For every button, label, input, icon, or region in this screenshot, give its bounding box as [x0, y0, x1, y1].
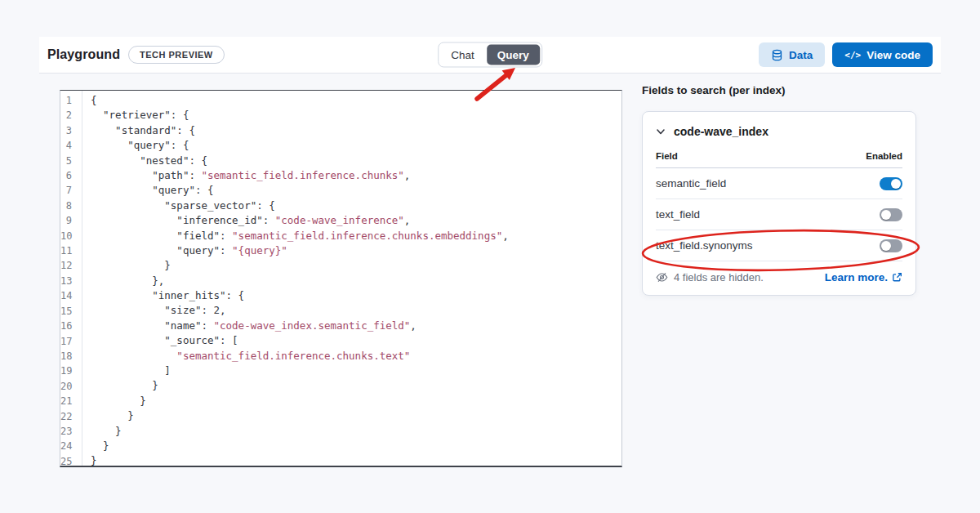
code-line: "field": "semantic_field.inference.chunk… — [91, 229, 621, 243]
data-button[interactable]: Data — [759, 42, 825, 67]
code-line: "query": { — [91, 183, 621, 198]
line-number: 17 — [60, 334, 72, 349]
code-line: } — [91, 453, 621, 466]
line-number: 5 — [60, 154, 72, 168]
code-icon: </> — [844, 50, 861, 60]
line-number: 15 — [60, 304, 72, 319]
index-name: code-wave_index — [674, 125, 768, 138]
learn-more-label: Learn more. — [825, 271, 888, 283]
line-number: 13 — [60, 274, 72, 288]
column-field: Field — [656, 151, 678, 161]
hidden-fields-note: 4 fields are hidden. — [656, 271, 764, 283]
line-number: 18 — [60, 349, 72, 364]
tab-chat[interactable]: Chat — [440, 45, 485, 65]
field-row: semantic_field — [656, 168, 902, 199]
view-code-button-label: View code — [866, 49, 920, 61]
code-line: "_source": [ — [91, 333, 621, 348]
toggle-knob — [881, 241, 891, 251]
code-line: }, — [91, 274, 621, 288]
line-number: 22 — [60, 409, 72, 424]
line-number: 3 — [60, 123, 72, 138]
line-number: 20 — [60, 379, 72, 394]
fields-panel: Fields to search (per index) code-wave_i… — [642, 84, 916, 296]
code-line: "size": 2, — [91, 303, 621, 318]
line-number: 10 — [60, 229, 72, 243]
code-line: } — [91, 258, 621, 273]
line-number: 16 — [60, 319, 72, 333]
toggle-knob — [881, 210, 891, 220]
code-line: "semantic_field.inference.chunks.text" — [91, 349, 621, 364]
eye-slash-icon — [656, 271, 668, 283]
field-row: text_field — [656, 199, 902, 230]
index-accordion-toggle[interactable]: code-wave_index — [656, 112, 902, 148]
playground-screenshot: Playground TECH PREVIEW Chat Query Data … — [0, 0, 980, 513]
editor-code: { "retriever": { "standard": { "query": … — [82, 91, 621, 466]
code-line: } — [91, 424, 621, 439]
line-number: 7 — [60, 183, 72, 198]
code-line: "nested": { — [91, 154, 621, 168]
code-line: } — [91, 439, 621, 453]
code-line: "query": "{query}" — [91, 243, 621, 258]
code-line: } — [91, 408, 621, 423]
line-number: 12 — [60, 258, 72, 273]
column-enabled: Enabled — [866, 151, 902, 161]
tech-preview-badge: TECH PREVIEW — [128, 46, 225, 64]
fields-panel-title: Fields to search (per index) — [642, 84, 916, 96]
code-line: "name": "code-wave_index.semantic_field"… — [91, 319, 621, 333]
card-footer: 4 fields are hidden. Learn more. — [656, 261, 902, 295]
field-name: text_field — [656, 208, 700, 221]
field-name: semantic_field — [656, 177, 726, 190]
database-icon — [771, 49, 783, 61]
line-number: 4 — [60, 138, 72, 153]
line-number: 19 — [60, 364, 72, 378]
code-line: "path": "semantic_field.inference.chunks… — [91, 168, 621, 183]
fields-table-body: semantic_fieldtext_fieldtext_field.synon… — [656, 168, 902, 261]
field-row: text_field.synonyms — [656, 230, 902, 261]
line-number: 2 — [60, 108, 72, 123]
editor-line-numbers: 1234567891011121314151617181920212223242… — [60, 91, 82, 466]
line-number: 1 — [60, 93, 72, 108]
fields-table-header: Field Enabled — [656, 148, 902, 168]
external-link-icon — [892, 272, 902, 283]
line-number: 21 — [60, 394, 72, 408]
mode-toggle-group: Chat Query — [438, 42, 542, 68]
code-line: "retriever": { — [91, 108, 621, 123]
field-name: text_field.synonyms — [656, 239, 753, 252]
learn-more-link[interactable]: Learn more. — [825, 271, 902, 283]
index-fields-card: code-wave_index Field Enabled semantic_f… — [642, 111, 916, 296]
field-toggle[interactable] — [880, 177, 902, 190]
code-line: ] — [91, 364, 621, 378]
line-number: 24 — [60, 439, 72, 453]
query-editor[interactable]: 1234567891011121314151617181920212223242… — [60, 90, 622, 467]
view-code-button[interactable]: </> View code — [832, 42, 933, 67]
code-line: { — [91, 93, 621, 108]
line-number: 9 — [60, 213, 72, 228]
top-bar: Playground TECH PREVIEW Chat Query Data … — [39, 37, 941, 74]
line-number: 14 — [60, 288, 72, 303]
code-line: "standard": { — [91, 123, 621, 138]
line-number: 23 — [60, 424, 72, 439]
code-line: "inference_id": "code-wave_inference", — [91, 213, 621, 228]
top-bar-actions: Data </> View code — [759, 42, 933, 67]
field-toggle[interactable] — [880, 239, 902, 252]
code-line: "sparse_vector": { — [91, 199, 621, 213]
code-line: "inner_hits": { — [91, 288, 621, 303]
line-number: 11 — [60, 243, 72, 258]
code-line: } — [91, 378, 621, 393]
line-number: 6 — [60, 168, 72, 183]
chevron-down-icon — [656, 127, 666, 136]
code-line: } — [91, 394, 621, 408]
toggle-knob — [891, 179, 901, 189]
line-number: 25 — [60, 454, 72, 469]
code-line: "query": { — [91, 138, 621, 153]
hidden-fields-text: 4 fields are hidden. — [674, 271, 764, 283]
page-title: Playground — [47, 47, 120, 62]
field-toggle[interactable] — [880, 208, 902, 221]
data-button-label: Data — [789, 49, 813, 61]
line-number: 8 — [60, 199, 72, 213]
tab-query[interactable]: Query — [487, 45, 540, 65]
